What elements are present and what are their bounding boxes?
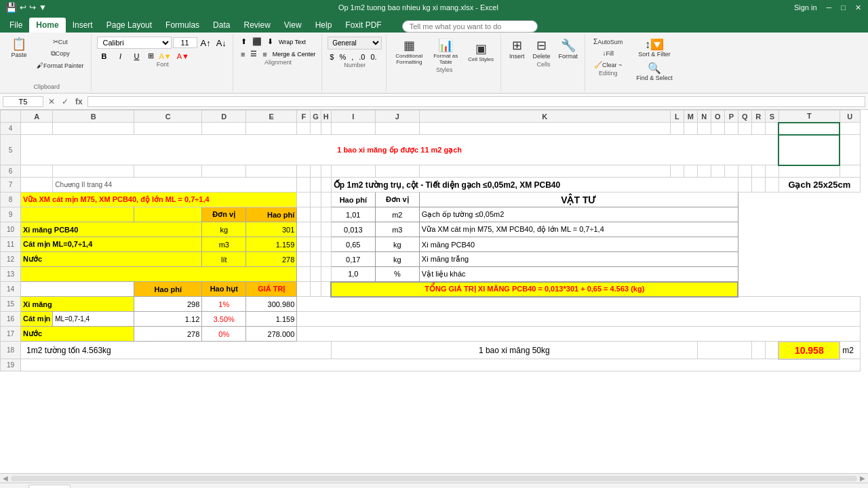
cell-J13[interactable]: % xyxy=(375,267,419,282)
col-header-K[interactable]: K xyxy=(419,110,670,123)
comma-button[interactable]: , xyxy=(349,52,355,62)
cell-R6[interactable] xyxy=(751,165,765,178)
cell-F14[interactable] xyxy=(297,282,311,297)
underline-button[interactable]: U xyxy=(130,52,144,61)
cell-A11[interactable]: Cát mịn ML=0,7÷1,4 xyxy=(21,237,202,252)
cell-F15-rest[interactable] xyxy=(297,297,861,312)
horizontal-scrollbar[interactable]: ◀ ▶ xyxy=(0,473,868,483)
help-search-input[interactable] xyxy=(402,20,538,33)
cell-A12[interactable]: Nước xyxy=(21,252,202,267)
font-size-input[interactable] xyxy=(173,37,197,48)
cell-A15[interactable]: Xi măng xyxy=(21,297,134,312)
cell-N4[interactable] xyxy=(697,123,711,135)
cell-C9[interactable] xyxy=(134,207,202,222)
col-header-S[interactable]: S xyxy=(765,110,778,123)
cell-F12[interactable] xyxy=(297,252,311,267)
align-center-button[interactable]: ☰ xyxy=(248,49,259,59)
cell-T18[interactable]: 10.958 xyxy=(778,342,840,359)
fill-color-button[interactable]: A▼ xyxy=(157,52,174,61)
cell-D15[interactable]: 1% xyxy=(202,297,246,312)
cell-F4[interactable] xyxy=(297,123,311,135)
cell-C17[interactable]: 278 xyxy=(134,327,202,342)
cell-F13[interactable] xyxy=(297,267,311,282)
cell-I8[interactable]: Hao phí xyxy=(331,192,375,207)
cell-E4[interactable] xyxy=(246,123,297,135)
cell-A9[interactable] xyxy=(21,207,134,222)
cell-H8[interactable] xyxy=(321,192,331,207)
cell-D11[interactable]: m3 xyxy=(202,237,246,252)
cell-H13[interactable] xyxy=(321,267,331,282)
tab-help[interactable]: Help xyxy=(309,18,339,33)
cell-D17[interactable]: 0% xyxy=(202,327,246,342)
cell-E12[interactable]: 278 xyxy=(246,252,297,267)
cell-R18[interactable] xyxy=(751,342,765,359)
cell-U5[interactable] xyxy=(840,135,860,165)
cell-J4[interactable] xyxy=(375,123,419,135)
col-header-U[interactable]: U xyxy=(840,110,860,123)
maximize-button[interactable]: □ xyxy=(837,3,850,12)
cell-Q6[interactable] xyxy=(738,165,751,178)
cell-H7[interactable] xyxy=(321,178,331,192)
cell-F8[interactable] xyxy=(297,192,311,207)
col-header-H[interactable]: H xyxy=(321,110,331,123)
cell-U4[interactable] xyxy=(840,123,860,135)
sort-filter-button[interactable]: ↕🔽 Sort & Filter xyxy=(633,37,675,59)
cell-H4[interactable] xyxy=(321,123,331,135)
tab-view[interactable]: View xyxy=(277,18,309,33)
number-format-selector[interactable]: General xyxy=(328,37,382,49)
paste-button[interactable]: 📋 Paste xyxy=(7,37,31,60)
col-header-O[interactable]: O xyxy=(711,110,724,123)
cell-F6[interactable] xyxy=(297,165,311,178)
cell-G7[interactable] xyxy=(311,178,321,192)
tab-home[interactable]: Home xyxy=(29,18,65,33)
cell-H11[interactable] xyxy=(321,237,331,252)
cell-Q7[interactable] xyxy=(738,178,751,192)
col-header-Q[interactable]: Q xyxy=(738,110,751,123)
cell-G9[interactable] xyxy=(311,207,321,222)
format-painter-button[interactable]: 🖌 Format Painter xyxy=(34,60,87,70)
cell-S18[interactable] xyxy=(765,342,778,359)
decrease-decimal-button[interactable]: 0. xyxy=(368,52,378,62)
increase-decimal-button[interactable]: .0 xyxy=(357,52,367,62)
signin-button[interactable]: Sign in xyxy=(790,3,821,12)
cell-G8[interactable] xyxy=(311,192,321,207)
tab-page-layout[interactable]: Page Layout xyxy=(100,18,159,33)
cell-I10[interactable]: 0,013 xyxy=(331,222,375,237)
cell-E10[interactable]: 301 xyxy=(246,222,297,237)
cell-C14[interactable]: Hao phí xyxy=(134,282,202,297)
cell-Q4[interactable] xyxy=(738,123,751,135)
cell-E9[interactable]: Hao phí xyxy=(246,207,297,222)
cell-D9[interactable]: Đơn vị xyxy=(202,207,246,222)
cell-F7[interactable] xyxy=(297,178,311,192)
cell-B4[interactable] xyxy=(53,123,134,135)
cell-G11[interactable] xyxy=(311,237,321,252)
cell-E16[interactable]: 1.159 xyxy=(246,312,297,327)
cell-E15[interactable]: 300.980 xyxy=(246,297,297,312)
cell-I12[interactable]: 0,17 xyxy=(331,252,375,267)
cell-reference-box[interactable]: T5 xyxy=(3,96,43,107)
cell-I7[interactable]: Ốp 1m2 tường trụ, cột - Tiết diện gạch ≤… xyxy=(331,178,738,192)
tab-data[interactable]: Data xyxy=(206,18,237,33)
format-button[interactable]: 🔧 Format xyxy=(556,37,581,61)
cell-C4[interactable] xyxy=(134,123,202,135)
cell-S4[interactable] xyxy=(765,123,778,135)
cell-U18[interactable]: m2 xyxy=(840,342,860,359)
cell-N6[interactable] xyxy=(697,165,711,178)
cell-D4[interactable] xyxy=(202,123,246,135)
cell-E6[interactable] xyxy=(246,165,297,178)
cell-R7[interactable] xyxy=(751,178,765,192)
cell-K11[interactable]: Xi măng PCB40 xyxy=(419,237,738,252)
cell-S6[interactable] xyxy=(765,165,778,178)
cell-D14[interactable]: Hao hụt xyxy=(202,282,246,297)
cell-U6[interactable] xyxy=(840,165,860,178)
cell-K10[interactable]: Vữa XM cát mịn M75, XM PCB40, độ lớn ML … xyxy=(419,222,738,237)
cell-T7[interactable]: Gạch 25x25cm xyxy=(778,178,860,192)
font-color-button[interactable]: A▼ xyxy=(175,52,191,61)
format-as-table-button[interactable]: 📊 Format as Table xyxy=(429,37,462,66)
cell-B7[interactable]: Chương II trang 44 xyxy=(53,178,297,192)
cell-I11[interactable]: 0,65 xyxy=(331,237,375,252)
cell-A16[interactable]: Cát mịn xyxy=(21,312,53,327)
cell-A19[interactable] xyxy=(21,359,861,371)
align-left-button[interactable]: ≡ xyxy=(239,49,247,59)
cell-G13[interactable] xyxy=(311,267,321,282)
